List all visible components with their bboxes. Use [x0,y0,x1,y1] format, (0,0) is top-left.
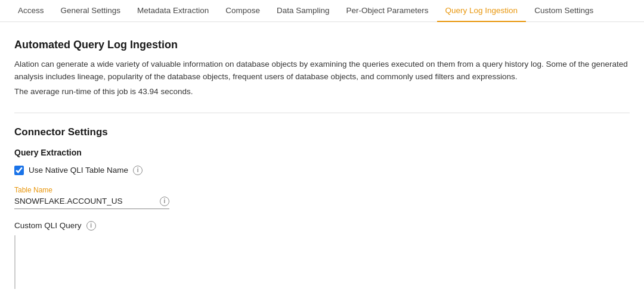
table-name-field-group: Table Name i [14,186,630,209]
connector-settings-title: Connector Settings [14,126,630,138]
tab-compose[interactable]: Compose [217,0,268,22]
checkbox-info-icon[interactable]: i [133,166,143,175]
runtime-note: The average run-time of this job is 43.9… [14,87,630,96]
tab-query-log-ingestion[interactable]: Query Log Ingestion [437,0,527,22]
custom-qli-label-text: Custom QLI Query [14,221,82,230]
description-text: Alation can generate a wide variety of v… [14,58,630,83]
custom-qli-label-row: Custom QLI Query i [14,221,630,231]
divider [14,113,630,113]
table-name-input-row: i [14,197,169,209]
tab-data-sampling[interactable]: Data Sampling [268,0,338,22]
custom-qli-field-group: Custom QLI Query i [14,221,630,291]
nav-tabs: Access General Settings Metadata Extract… [0,0,644,22]
main-content: Automated Query Log Ingestion Alation ca… [0,22,644,308]
tab-general-settings[interactable]: General Settings [52,0,129,22]
tab-per-object-parameters[interactable]: Per-Object Parameters [338,0,437,22]
use-native-qli-checkbox[interactable] [14,166,24,175]
custom-qli-textarea[interactable] [14,235,551,289]
custom-qli-info-icon[interactable]: i [86,221,96,231]
checkbox-label: Use Native QLI Table Name [29,166,128,175]
table-name-label: Table Name [14,186,630,194]
table-name-input[interactable] [14,197,155,206]
tab-access[interactable]: Access [10,0,52,22]
tab-custom-settings[interactable]: Custom Settings [526,0,602,22]
query-extraction-title: Query Extraction [14,148,630,157]
tab-metadata-extraction[interactable]: Metadata Extraction [129,0,217,22]
automated-title: Automated Query Log Ingestion [14,39,630,51]
table-name-info-icon[interactable]: i [160,197,169,206]
use-native-qli-row: Use Native QLI Table Name i [14,166,630,175]
